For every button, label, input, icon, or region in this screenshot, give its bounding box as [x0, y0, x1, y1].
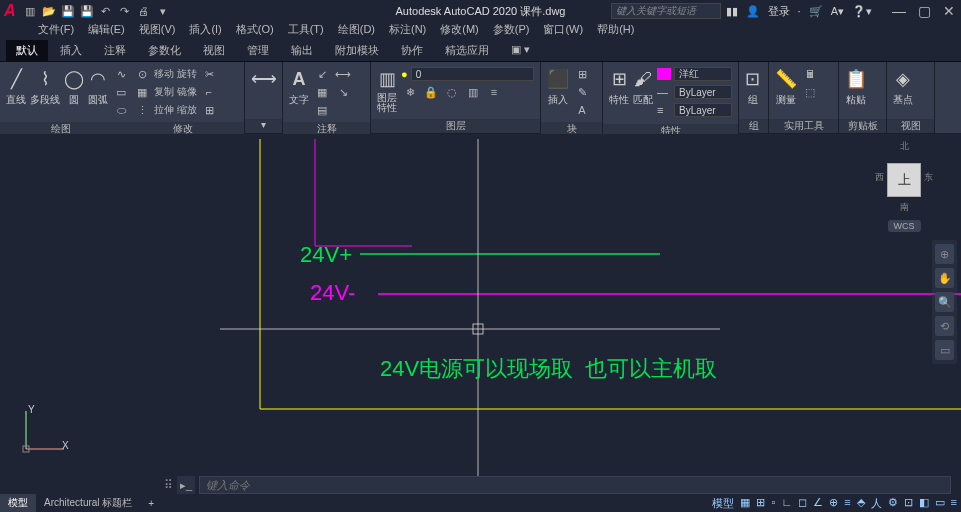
table-icon[interactable]: ▦	[313, 84, 331, 100]
login-button[interactable]: 登录	[768, 4, 790, 19]
circle-button[interactable]: ◯圆	[64, 66, 84, 107]
menu-插入(I)[interactable]: 插入(I)	[189, 22, 221, 40]
text-button[interactable]: A文字	[289, 66, 309, 107]
qat-more-icon[interactable]: ▾	[155, 3, 171, 19]
tab-参数化[interactable]: 参数化	[138, 40, 191, 61]
offset-icon[interactable]: ⊙	[133, 66, 151, 82]
hardware-icon[interactable]: ⊡	[904, 496, 913, 511]
cmdline-prompt-icon[interactable]: ▸_	[177, 476, 195, 494]
viewcube-east[interactable]: 东	[924, 171, 933, 184]
menu-参数(P)[interactable]: 参数(P)	[493, 22, 530, 40]
command-input[interactable]	[199, 476, 951, 494]
array-icon[interactable]: ⊞	[200, 102, 218, 118]
qat-redo-icon[interactable]: ↷	[117, 3, 133, 19]
menu-格式(O)[interactable]: 格式(O)	[236, 22, 274, 40]
paste-button[interactable]: 📋粘贴	[845, 66, 867, 107]
osnap-toggle-icon[interactable]: ◻	[798, 496, 807, 511]
layer-on-icon[interactable]: ●	[401, 68, 408, 80]
menu-文件(F)[interactable]: 文件(F)	[38, 22, 74, 40]
minimize-icon[interactable]: —	[892, 3, 906, 19]
ribbon-expand-icon[interactable]: ▣ ▾	[501, 40, 540, 61]
group-button[interactable]: ⊡组	[745, 66, 760, 107]
ortho-toggle-icon[interactable]: ⊞	[756, 496, 765, 511]
grid-toggle-icon[interactable]: ▦	[740, 496, 750, 511]
dim-button[interactable]: ⟷	[251, 66, 277, 92]
nav-pan-icon[interactable]: ✋	[935, 268, 954, 288]
scale-toggle-icon[interactable]: 人	[871, 496, 882, 511]
mleader-icon[interactable]: ↘	[334, 84, 352, 100]
more-icon[interactable]: ⋮	[133, 102, 151, 118]
close-icon[interactable]: ✕	[943, 3, 955, 19]
row1b[interactable]: 旋转	[177, 66, 197, 82]
cmdline-handle-icon[interactable]: ⠿	[164, 478, 173, 492]
tab-插入[interactable]: 插入	[50, 40, 92, 61]
nav-showmotion-icon[interactable]: ▭	[935, 340, 954, 360]
tab-精选应用[interactable]: 精选应用	[435, 40, 499, 61]
tab-注释[interactable]: 注释	[94, 40, 136, 61]
menu-编辑(E)[interactable]: 编辑(E)	[88, 22, 125, 40]
menu-窗口(W)[interactable]: 窗口(W)	[543, 22, 583, 40]
layer-match-icon[interactable]: ≡	[485, 84, 503, 100]
clean-icon[interactable]: ▭	[935, 496, 945, 511]
help-icon[interactable]: ❔▾	[852, 5, 872, 18]
qat-saveas-icon[interactable]: 💾	[79, 3, 95, 19]
nav-orbit-icon[interactable]: ⟲	[935, 316, 954, 336]
color-swatch[interactable]	[657, 68, 671, 80]
user-icon[interactable]: 👤	[746, 5, 760, 18]
hatch2-icon[interactable]: ▤	[313, 102, 331, 118]
leader-icon[interactable]: ↙	[313, 66, 331, 82]
tab-管理[interactable]: 管理	[237, 40, 279, 61]
block-attr-icon[interactable]: A	[573, 102, 591, 118]
app-switcher-icon[interactable]: A▾	[831, 5, 844, 18]
layer-freeze-icon[interactable]: ❄	[401, 84, 419, 100]
layout-tab-模型[interactable]: 模型	[0, 494, 36, 512]
wcs-badge[interactable]: WCS	[888, 220, 921, 232]
tab-视图[interactable]: 视图	[193, 40, 235, 61]
viewcube-west[interactable]: 西	[875, 171, 884, 184]
props-button[interactable]: ⊞特性	[609, 66, 629, 107]
measure-button[interactable]: 📏测量	[775, 66, 797, 107]
tab-默认[interactable]: 默认	[6, 40, 48, 61]
layer-combo[interactable]: 0	[411, 67, 534, 81]
viewcube[interactable]: 北 西 上 东 南 WCS	[875, 140, 933, 220]
calc-icon[interactable]: 🖩	[801, 66, 819, 82]
otrack-toggle-icon[interactable]: ∠	[813, 496, 823, 511]
color-combo[interactable]: 洋红	[674, 67, 732, 81]
row3b[interactable]: 缩放	[177, 102, 197, 118]
arc-button[interactable]: ◠圆弧	[88, 66, 108, 107]
row3a[interactable]: 拉伸	[154, 102, 174, 118]
qat-undo-icon[interactable]: ↶	[98, 3, 114, 19]
anno-toggle-icon[interactable]: ⬘	[857, 496, 865, 511]
fillet-icon[interactable]: ⌐	[200, 84, 218, 100]
qat-print-icon[interactable]: 🖨	[136, 3, 152, 19]
layer-iso-icon[interactable]: ▥	[464, 84, 482, 100]
hatch-icon[interactable]: ▦	[133, 84, 151, 100]
tab-协作[interactable]: 协作	[391, 40, 433, 61]
nav-wheel-icon[interactable]: ⊕	[935, 244, 954, 264]
menu-绘图(D)[interactable]: 绘图(D)	[338, 22, 375, 40]
status-model[interactable]: 模型	[712, 496, 734, 511]
select-icon[interactable]: ⬚	[801, 84, 819, 100]
iso-icon[interactable]: ◧	[919, 496, 929, 511]
qat-open-icon[interactable]: 📂	[41, 3, 57, 19]
block-insert-button[interactable]: ⬛插入	[547, 66, 569, 107]
menu-工具(T)[interactable]: 工具(T)	[288, 22, 324, 40]
viewcube-top[interactable]: 上	[887, 163, 921, 197]
linetype-combo[interactable]: ByLayer	[674, 85, 732, 99]
layer-lock-icon[interactable]: 🔒	[422, 84, 440, 100]
line-button[interactable]: ╱直线	[6, 66, 26, 107]
nav-zoom-icon[interactable]: 🔍	[935, 292, 954, 312]
info-center-icon[interactable]: ▮▮	[726, 5, 738, 18]
row2b[interactable]: 镜像	[177, 84, 197, 100]
snap-toggle-icon[interactable]: ▫	[771, 496, 775, 511]
qat-new-icon[interactable]: ▥	[22, 3, 38, 19]
cart-icon[interactable]: 🛒	[809, 5, 823, 18]
block-create-icon[interactable]: ⊞	[573, 66, 591, 82]
match-props-button[interactable]: 🖌匹配	[633, 66, 653, 107]
lineweight-combo[interactable]: ByLayer	[674, 103, 732, 117]
menu-视图(V)[interactable]: 视图(V)	[139, 22, 176, 40]
polar-toggle-icon[interactable]: ∟	[781, 496, 792, 511]
rect-icon[interactable]: ▭	[112, 84, 130, 100]
ws-toggle-icon[interactable]: ⚙	[888, 496, 898, 511]
block-edit-icon[interactable]: ✎	[573, 84, 591, 100]
